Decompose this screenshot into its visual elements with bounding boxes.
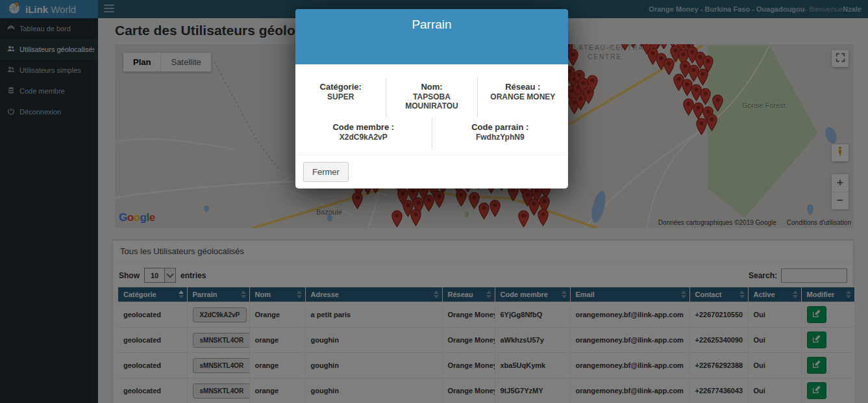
modal-field: Nom:TAPSOBA MOUNIRATOU <box>386 77 477 118</box>
field-value: SUPER <box>299 92 382 101</box>
modal-field-row: Catégorie:SUPERNom:TAPSOBA MOUNIRATOURés… <box>295 77 568 118</box>
close-modal-button[interactable]: Fermer <box>303 162 349 182</box>
field-value: X2dC9kA2vP <box>299 133 428 142</box>
modal-footer: Fermer <box>295 155 568 188</box>
field-label: Catégorie: <box>299 82 382 92</box>
field-value: FwdhzYphN9 <box>436 133 565 142</box>
field-value: ORANGE MONEY <box>482 92 564 101</box>
field-value: TAPSOBA MOUNIRATOU <box>390 92 473 110</box>
field-label: Nom: <box>390 82 473 92</box>
modal-header: Parrain <box>295 9 568 64</box>
modal-title: Parrain <box>295 18 568 32</box>
modal-field: Code membre :X2dC9kA2vP <box>295 118 432 149</box>
field-label: Code parrain : <box>436 122 565 132</box>
field-label: Réseau : <box>482 82 564 92</box>
parrain-modal: Parrain Catégorie:SUPERNom:TAPSOBA MOUNI… <box>295 9 568 188</box>
modal-field: Réseau :ORANGE MONEY <box>477 77 568 118</box>
modal-field: Catégorie:SUPER <box>295 77 386 118</box>
modal-body: Catégorie:SUPERNom:TAPSOBA MOUNIRATOURés… <box>295 64 568 149</box>
field-label: Code membre : <box>299 122 428 132</box>
modal-field: Code parrain :FwdhzYphN9 <box>432 118 569 149</box>
modal-field-row: Code membre :X2dC9kA2vPCode parrain :Fwd… <box>295 118 568 149</box>
